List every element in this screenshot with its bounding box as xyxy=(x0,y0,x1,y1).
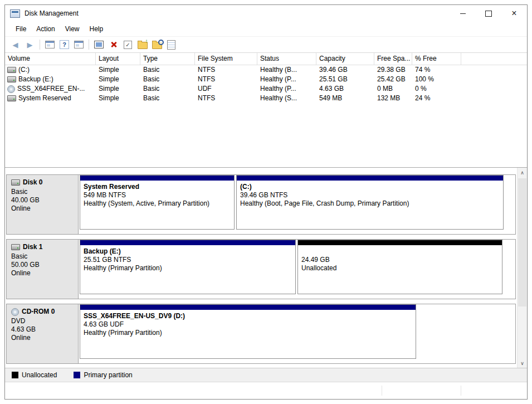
partition-size: 549 MB NTFS xyxy=(84,191,231,199)
volume-type: Basic xyxy=(140,94,195,103)
volume-row-backup[interactable]: Backup (E:) Simple Basic NTFS Healthy (P… xyxy=(5,75,527,84)
open-folder-icon: ↑ xyxy=(138,42,148,49)
close-icon: × xyxy=(511,9,516,18)
column-header-status[interactable]: Status xyxy=(257,53,316,65)
properties-icon xyxy=(167,40,175,50)
minimize-button[interactable] xyxy=(450,5,476,22)
volume-type: Basic xyxy=(140,75,195,84)
monitor-button[interactable] xyxy=(92,38,106,51)
toolbar-separator xyxy=(89,40,89,50)
forward-button[interactable]: ▶ xyxy=(23,38,37,51)
disk-1-partitions: Backup (E:) 25.51 GB NTFS Healthy (Prima… xyxy=(79,240,515,299)
drive-icon xyxy=(7,67,16,73)
graphical-view-content: Disk 0 Basic 40.00 GB Online System Rese… xyxy=(5,168,517,368)
scroll-down-button[interactable]: ∨ xyxy=(518,358,527,368)
scrollbar-thumb[interactable] xyxy=(518,178,526,306)
volume-type: Basic xyxy=(140,65,195,75)
action-pane-icon xyxy=(74,41,84,48)
volume-capacity: 4.63 GB xyxy=(316,84,374,94)
volume-status: Healthy (P... xyxy=(257,84,316,94)
cd-icon xyxy=(7,85,15,93)
help-icon: ? xyxy=(60,40,69,49)
cdrom-0-partitions: SSS_X64FREE_EN-US_DV9 (D:) 4.63 GB UDF H… xyxy=(79,304,515,363)
partition-status: Healthy (Primary Partition) xyxy=(84,264,292,272)
column-header-free-space[interactable]: Free Spa... xyxy=(374,53,412,65)
drive-icon xyxy=(7,76,16,82)
column-header-pct-free[interactable]: % Free xyxy=(412,53,461,65)
disk-size: 40.00 GB xyxy=(11,196,78,205)
unallocated-bar xyxy=(298,240,502,245)
unallocated-space[interactable]: 24.49 GB Unallocated xyxy=(297,240,502,294)
scroll-up-button[interactable]: ∧ xyxy=(518,168,527,177)
cdrom-0-info[interactable]: CD-ROM 0 DVD 4.63 GB Online xyxy=(7,304,79,363)
partition-dvd-d[interactable]: SSS_X64FREE_EN-US_DV9 (D:) 4.63 GB UDF H… xyxy=(80,304,416,359)
partition-status: Healthy (Primary Partition) xyxy=(84,329,412,337)
volume-name: (C:) xyxy=(18,65,30,75)
volume-table-header: Volume Layout Type File System Status Ca… xyxy=(5,53,527,65)
back-button[interactable]: ◀ xyxy=(8,38,22,51)
scrollbar-track[interactable] xyxy=(518,177,527,358)
explore-folder-icon xyxy=(152,42,162,49)
column-header-type[interactable]: Type xyxy=(140,53,195,65)
partition-size: 39.46 GB NTFS xyxy=(240,191,500,199)
volume-status: Healthy (P... xyxy=(257,75,316,84)
column-header-filler xyxy=(461,53,527,65)
disk-0-partitions: System Reserved 549 MB NTFS Healthy (Sys… xyxy=(79,175,515,234)
maximize-button[interactable] xyxy=(476,5,501,22)
open-folder-button[interactable]: ↑ xyxy=(135,38,149,51)
menu-file[interactable]: File xyxy=(11,23,31,35)
partition-status: Healthy (Boot, Page File, Crash Dump, Pr… xyxy=(240,199,500,208)
back-icon: ◀ xyxy=(13,41,18,48)
column-header-file-system[interactable]: File System xyxy=(195,53,257,65)
graphical-view-scrollbar[interactable]: ∧ ∨ xyxy=(517,168,527,368)
primary-partition-bar xyxy=(237,176,503,181)
column-header-volume[interactable]: Volume xyxy=(5,53,96,65)
disk-row-cdrom: CD-ROM 0 DVD 4.63 GB Online SSS_X64FREE_… xyxy=(6,304,516,364)
statusbar-divider xyxy=(461,386,461,396)
menu-help[interactable]: Help xyxy=(85,23,109,35)
volume-file-system: UDF xyxy=(195,84,257,94)
column-header-capacity[interactable]: Capacity xyxy=(316,53,374,65)
menu-action[interactable]: Action xyxy=(31,23,60,35)
minimize-icon xyxy=(460,13,466,14)
cd-icon xyxy=(11,308,19,316)
volume-file-system: NTFS xyxy=(195,75,257,84)
disk-status: Online xyxy=(11,334,78,342)
delete-volume-icon xyxy=(110,41,117,48)
disk-type: Basic xyxy=(11,252,78,261)
volume-layout: Simple xyxy=(96,84,140,94)
disk-0-info[interactable]: Disk 0 Basic 40.00 GB Online xyxy=(7,175,79,234)
monitor-icon xyxy=(94,41,104,48)
disk-name: Disk 0 xyxy=(23,178,42,187)
show-console-tree-button[interactable] xyxy=(43,38,57,51)
volume-status: Healthy (S... xyxy=(257,94,316,103)
volume-layout: Simple xyxy=(96,94,140,103)
titlebar: Disk Management × xyxy=(5,5,527,22)
toolbar: ◀ ▶ ? ✓ ↑ xyxy=(5,37,527,53)
disk-name: CD-ROM 0 xyxy=(22,308,55,316)
toolbar-separator xyxy=(40,40,40,50)
explore-folder-button[interactable] xyxy=(150,38,164,51)
volume-list-pane: Volume Layout Type File System Status Ca… xyxy=(5,53,527,168)
delete-volume-button[interactable] xyxy=(106,38,120,51)
column-header-layout[interactable]: Layout xyxy=(96,53,140,65)
disk-size: 4.63 GB xyxy=(11,325,78,334)
mark-partition-active-button[interactable]: ✓ xyxy=(121,38,135,51)
disk-1-info[interactable]: Disk 1 Basic 50.00 GB Online xyxy=(7,240,79,299)
disk-status: Online xyxy=(11,269,78,278)
partition-backup-e[interactable]: Backup (E:) 25.51 GB NTFS Healthy (Prima… xyxy=(80,240,296,294)
volume-pct-free: 0 % xyxy=(412,84,461,94)
volume-row-system-reserved[interactable]: System Reserved Simple Basic NTFS Health… xyxy=(5,94,527,103)
volume-row-dvd[interactable]: SSS_X64FREE_EN-... Simple Basic UDF Heal… xyxy=(5,84,527,94)
partition-c-drive[interactable]: (C:) 39.46 GB NTFS Healthy (Boot, Page F… xyxy=(236,175,504,230)
close-button[interactable]: × xyxy=(501,5,527,22)
show-action-pane-button[interactable] xyxy=(72,38,86,51)
menu-view[interactable]: View xyxy=(60,23,85,35)
checkmark-icon: ✓ xyxy=(124,41,132,49)
help-button[interactable]: ? xyxy=(57,38,71,51)
properties-button[interactable] xyxy=(164,38,178,51)
volume-row-c[interactable]: (C:) Simple Basic NTFS Healthy (B... 39.… xyxy=(5,65,527,75)
primary-partition-label: Primary partition xyxy=(84,371,132,379)
partition-system-reserved[interactable]: System Reserved 549 MB NTFS Healthy (Sys… xyxy=(80,175,235,230)
disk-row-0: Disk 0 Basic 40.00 GB Online System Rese… xyxy=(6,174,516,235)
